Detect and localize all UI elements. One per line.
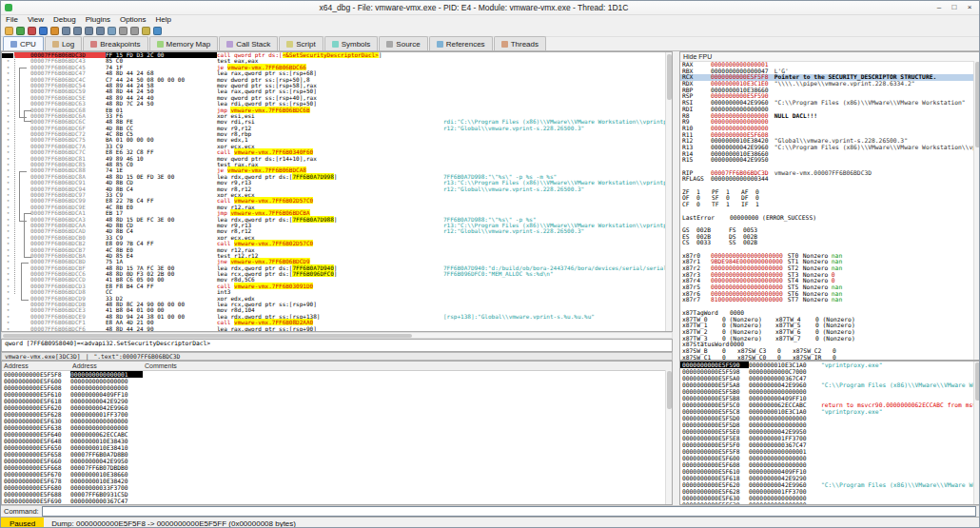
dump-row[interactable]: 0000000000E5F6500000000010E38410 (2, 444, 672, 451)
stack-row[interactable]: 0000000000E5F6000000000000000000 (680, 455, 980, 461)
dump-row[interactable]: 0000000000E5F62000000000042E9960 (2, 404, 672, 411)
stack-comment: "vprintproxy.exe" (821, 408, 882, 415)
dump-row[interactable]: 0000000000E5F6080000000000000000 (2, 384, 672, 391)
stack-row[interactable]: 0000000000E5F6300000000000000000 (680, 495, 980, 501)
stack-row[interactable]: 0000000000E5F61800000000042E9290 (680, 475, 980, 481)
dump-row[interactable]: 0000000000E5F6000000000000000000 (2, 378, 672, 384)
menu-item-options[interactable]: Options (115, 15, 151, 24)
dump-row[interactable]: 0000000000E5F68000000000033F3700 (2, 484, 672, 491)
module-bar: vmware-vmx.exe[3DC3D] | ".text":00007FF6… (1, 352, 673, 361)
menu-item-plugins[interactable]: Plugins (81, 15, 115, 24)
disassembly-scrollbar[interactable] (665, 52, 672, 331)
dump-header-comments-2[interactable]: Comments (145, 362, 672, 369)
settings-icon[interactable] (119, 27, 127, 35)
dump-row[interactable]: 0000000000E5F6380000000000000000 (2, 424, 672, 431)
scroll-thumb[interactable] (667, 371, 672, 409)
dump-row[interactable]: 0000000000E5F6280000000001FF3700 (2, 411, 672, 418)
tab-symbols[interactable]: Symbols (324, 36, 379, 50)
close-button[interactable]: × (962, 2, 977, 13)
update-window-icon[interactable] (108, 27, 116, 35)
disassembly-hscrollbar[interactable] (1, 332, 673, 339)
dump-scrollbar[interactable] (665, 370, 672, 504)
calculator-icon[interactable] (130, 27, 139, 35)
stack-row[interactable]: 0000000000E5F5C00000000062ECCABCreturn t… (680, 401, 980, 408)
stack-row[interactable]: 0000000000E5F5B00000000000000000 (680, 388, 980, 395)
step-into-icon[interactable] (62, 27, 70, 35)
stack-scrollbar[interactable] (973, 362, 980, 504)
dump-row[interactable]: 0000000000E5F610000000000409FF10 (2, 391, 672, 398)
tab-breakpoints[interactable]: Breakpoints (83, 36, 147, 50)
favourites-icon[interactable] (142, 27, 150, 35)
stack-row[interactable]: 0000000000E5F5C80000000010E3C1A0"vprintp… (680, 408, 980, 415)
step-over-icon[interactable] (73, 27, 82, 35)
scroll-thumb[interactable] (3, 334, 412, 338)
tab-source[interactable]: Source (379, 36, 427, 50)
stack-row[interactable]: 0000000000E5F5F80000000000000001 (680, 448, 980, 455)
restart-icon[interactable] (16, 27, 25, 35)
menu-bar: FileViewDebugPluginsOptionsHelp (1, 14, 979, 25)
dump-row[interactable]: 0000000000E5F5F80000000000000001 (2, 371, 672, 378)
stack-row[interactable]: 0000000000E5F62000000000042E9960"C:\\Pro… (680, 481, 980, 488)
menu-item-file[interactable]: File (1, 15, 23, 24)
command-input[interactable] (42, 506, 976, 517)
register-row-x87r7[interactable]: x87r781000000000000000000ST7Nonzeronan (680, 297, 980, 303)
pause-icon[interactable] (50, 27, 59, 35)
run-icon[interactable] (39, 27, 48, 35)
menu-item-help[interactable]: Help (151, 15, 176, 24)
stack-row[interactable]: 0000000000E5F610000000000409FF10 (680, 468, 980, 475)
scroll-thumb[interactable] (975, 62, 980, 147)
tab-script[interactable]: Script (279, 36, 323, 50)
tab-cpu[interactable]: CPU (3, 36, 44, 50)
stack-row[interactable]: 0000000000E5F5900000000010E3C1A0"vprintp… (680, 362, 980, 368)
stack-row[interactable]: 0000000000E5F5D00000000000000000 (680, 415, 980, 421)
dump-row[interactable]: 0000000000E5F65800007FF6B0A7D8B0 (2, 451, 672, 458)
step-out-icon[interactable] (85, 27, 93, 35)
stop-icon[interactable] (28, 27, 36, 35)
dump-value: 00000000042E9290 (70, 398, 143, 404)
stack-value: 0000000001FF3700 (749, 435, 821, 441)
dump-address: 0000000000E5F640 (2, 431, 70, 438)
menu-item-view[interactable]: View (23, 15, 49, 24)
dump-row[interactable]: 0000000000E5F6900000000000367C47 (2, 498, 672, 504)
dump-row[interactable]: 0000000000E5F66000000000042E9950 (2, 458, 672, 464)
stack-row[interactable]: 0000000000E5F5F00000000000367C47 (680, 441, 980, 448)
stack-row[interactable]: 0000000000E5F5D80000000000000000 (680, 421, 980, 428)
tab-call-stack[interactable]: Call Stack (219, 36, 278, 50)
dump-row[interactable]: 0000000000E5F66800007FF6B07DBDB0 (2, 464, 672, 471)
register-row-rflags[interactable]: RFLAGS0000000000000344 (680, 176, 980, 183)
call-stack-icon (226, 41, 233, 48)
dump-row[interactable]: 0000000000E5F6480000000010E38430 (2, 438, 672, 444)
dump-row[interactable]: 0000000000E5F6700000000010E38660 (2, 471, 672, 478)
execute-till-return-icon[interactable] (96, 27, 105, 35)
stack-row[interactable]: 0000000000E5F5B8000000000409FF10 (680, 395, 980, 401)
instruction-comment: [rsp+138]:"Global\\vmware.vprint-s.%u.%u… (443, 313, 595, 320)
registers-scrollbar[interactable] (973, 61, 980, 360)
tab-memory-map[interactable]: Memory Map (149, 36, 219, 50)
tab-log[interactable]: Log (45, 36, 82, 50)
tab-threads[interactable]: Threads (494, 36, 546, 50)
dump-row[interactable]: 0000000000E5F6780000000010E38420 (2, 478, 672, 484)
stack-row[interactable]: 0000000000E5F5A800000000042E9960"C:\\Pro… (680, 381, 980, 388)
maximize-button[interactable]: □ (947, 2, 962, 13)
tab-references[interactable]: References (429, 36, 493, 50)
stack-row[interactable]: 0000000000E5F5E80000000001FF3700 (680, 435, 980, 441)
open-file-icon[interactable] (5, 27, 13, 35)
disasm-row[interactable]: •00007FF6B06BDCF648 8D 44 24 90lea rax,q… (2, 326, 672, 332)
dump-row[interactable]: 0000000000E5F6400000000062ECCABC (2, 431, 672, 438)
scroll-thumb[interactable] (975, 362, 980, 401)
dump-header-address-1[interactable]: Address (72, 362, 145, 369)
dump-row[interactable]: 0000000000E5F61800000000042E9290 (2, 398, 672, 404)
menu-item-debug[interactable]: Debug (49, 15, 81, 24)
dump-row[interactable]: 0000000000E5F6300000000000000000 (2, 418, 672, 424)
dump-header-address-0[interactable]: Address (2, 362, 72, 369)
stack-row[interactable]: 0000000000E5F59800000000000C7000 (680, 368, 980, 375)
stack-row[interactable]: 0000000000E5F5A00000000000367C47 (680, 375, 980, 381)
minimize-button[interactable]: – (931, 2, 947, 13)
dump-row[interactable]: 0000000000E5F68800007FF6B0931C5D (2, 491, 672, 498)
stack-row[interactable]: 0000000000E5F5E000000000042E9950 (680, 428, 980, 435)
help-icon[interactable] (153, 27, 162, 35)
stack-row[interactable]: 0000000000E5F6080000000000000000 (680, 461, 980, 468)
stack-row[interactable]: 0000000000E5F6280000000001FF3700 (680, 488, 980, 495)
scroll-thumb[interactable] (667, 54, 672, 100)
register-row-r15[interactable]: R1500000000042E9950 (680, 157, 980, 164)
